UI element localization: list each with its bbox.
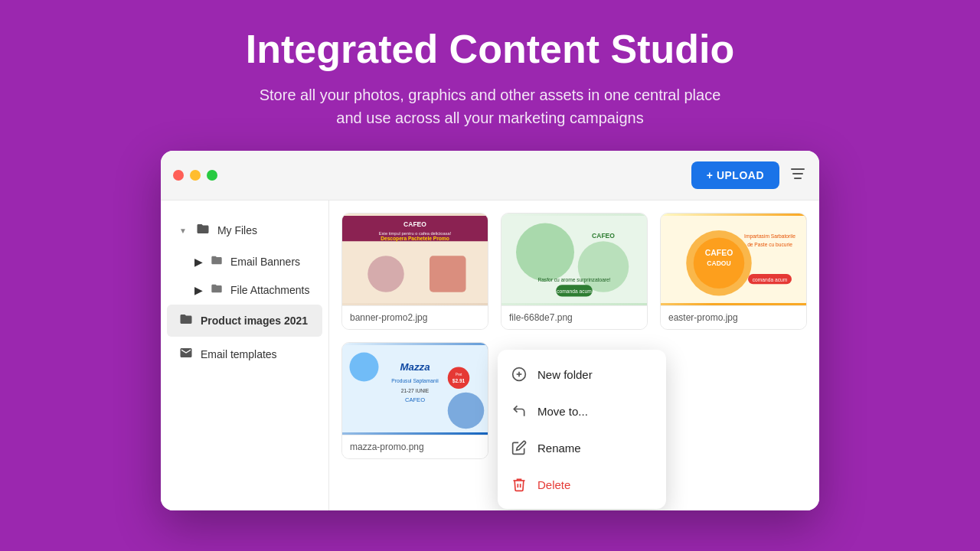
minimize-button[interactable] [190, 170, 201, 181]
delete-label: Delete [537, 478, 570, 491]
delete-icon [510, 475, 528, 494]
context-menu-delete[interactable]: Delete [498, 466, 666, 503]
file-thumbnail-4: Mazza Produsul Saptamanii 21-27 IUNIE CA… [342, 343, 488, 435]
svg-text:CADOU: CADOU [707, 259, 730, 267]
svg-text:CAFEO: CAFEO [705, 249, 733, 257]
sidebar: ▼ My Files ▶ Email Banners ▶ [161, 201, 329, 510]
file-card-3[interactable]: CAFEO CADOU Impartasim Sarbatorile de Pa… [660, 213, 807, 330]
svg-text:comanda acum: comanda acum [557, 289, 592, 294]
sidebar-item-product-images-2021[interactable]: Product images 2021 [167, 305, 322, 337]
filter-icon[interactable] [789, 165, 807, 187]
move-to-icon [510, 402, 528, 420]
content-area: CAFEO Este timpul pentru o cafea delicio… [329, 201, 819, 510]
svg-text:Pret: Pret [456, 373, 462, 377]
svg-text:de Paste cu bucurie: de Paste cu bucurie [747, 242, 792, 247]
svg-point-8 [368, 256, 404, 292]
sidebar-item-my-files[interactable]: ▼ My Files [167, 214, 322, 246]
file-card-4[interactable]: Mazza Produsul Saptamanii 21-27 IUNIE CA… [341, 342, 488, 459]
mail-icon [179, 346, 193, 363]
hero-section: Integrated Content Studio Store all your… [230, 0, 750, 151]
file-name-1: banner-promo2.jpg [342, 305, 488, 329]
folder-icon [179, 312, 193, 329]
hero-title: Integrated Content Studio [246, 28, 734, 71]
file-card-1[interactable]: CAFEO Este timpul pentru o cafea delicio… [341, 213, 488, 330]
new-folder-icon [510, 365, 528, 383]
file-name-2: file-668de7.png [501, 305, 647, 329]
folder-icon [211, 282, 223, 297]
file-name-4: mazza-promo.png [342, 435, 488, 458]
svg-rect-9 [430, 256, 466, 292]
context-menu: New folder Move to... Rename [498, 350, 666, 509]
sidebar-item-email-banners[interactable]: ▶ Email Banners [167, 248, 322, 275]
upload-button[interactable]: + UPLOAD [691, 161, 779, 189]
titlebar-actions: + UPLOAD [691, 161, 807, 189]
file-thumbnail-1: CAFEO Este timpul pentru o cafea delicio… [342, 214, 488, 305]
svg-text:Produsul Saptamanii: Produsul Saptamanii [391, 379, 439, 385]
file-card-2[interactable]: CAFEO Rasfor cu arome surprinzatoare! co… [501, 213, 648, 330]
context-menu-rename[interactable]: Rename [498, 429, 666, 466]
context-menu-new-folder[interactable]: New folder [498, 356, 666, 393]
svg-text:21-27 IUNIE: 21-27 IUNIE [401, 388, 430, 393]
svg-text:CAFEO: CAFEO [403, 220, 426, 228]
my-files-label: My Files [217, 224, 257, 236]
svg-point-27 [350, 353, 379, 382]
email-templates-label: Email templates [201, 348, 277, 360]
file-thumbnail-3: CAFEO CADOU Impartasim Sarbatorile de Pa… [661, 214, 806, 305]
context-menu-move-to[interactable]: Move to... [498, 393, 666, 429]
svg-text:Este timpul pentru o cafea del: Este timpul pentru o cafea delicioasa! [379, 231, 452, 236]
svg-point-28 [448, 393, 485, 429]
rename-label: Rename [537, 442, 581, 455]
rename-icon [510, 439, 528, 457]
close-button[interactable] [173, 170, 184, 181]
file-attachments-label: File Attachments [230, 284, 310, 296]
app-body: ▼ My Files ▶ Email Banners ▶ [161, 201, 819, 510]
chevron-down-icon: ▼ [179, 227, 187, 235]
svg-text:comanda acum: comanda acum [753, 277, 788, 282]
email-banners-label: Email Banners [230, 256, 300, 268]
svg-text:CAFEO: CAFEO [592, 232, 615, 240]
product-images-label: Product images 2021 [201, 315, 308, 327]
app-window: + UPLOAD ▼ My Files ▶ [161, 151, 819, 510]
titlebar: + UPLOAD [161, 151, 819, 201]
maximize-button[interactable] [207, 170, 217, 181]
traffic-lights [173, 170, 217, 181]
svg-text:Mazza: Mazza [400, 361, 430, 373]
svg-text:Rasfor cu arome surprinzatoare: Rasfor cu arome surprinzatoare! [537, 277, 610, 283]
svg-text:Impartasim Sarbatorile: Impartasim Sarbatorile [744, 233, 795, 240]
svg-text:$2.91: $2.91 [452, 379, 466, 385]
new-folder-label: New folder [537, 368, 593, 381]
svg-point-12 [578, 241, 629, 292]
svg-point-11 [516, 223, 574, 282]
sidebar-item-file-attachments[interactable]: ▶ File Attachments [167, 276, 322, 303]
svg-text:CAFEO: CAFEO [405, 396, 425, 403]
sidebar-item-email-templates[interactable]: Email templates [167, 338, 322, 370]
svg-text:Descopera Pachetele Promo: Descopera Pachetele Promo [381, 236, 449, 242]
file-thumbnail-2: CAFEO Rasfor cu arome surprinzatoare! co… [501, 214, 647, 305]
file-name-3: easter-promo.jpg [661, 305, 806, 329]
hero-subtitle: Store all your photos, graphics and othe… [246, 83, 734, 129]
move-to-label: Move to... [537, 405, 588, 418]
chevron-right-icon: ▶ [194, 284, 203, 296]
chevron-right-icon: ▶ [194, 256, 203, 268]
folder-icon [196, 222, 210, 239]
folder-icon [211, 254, 223, 269]
